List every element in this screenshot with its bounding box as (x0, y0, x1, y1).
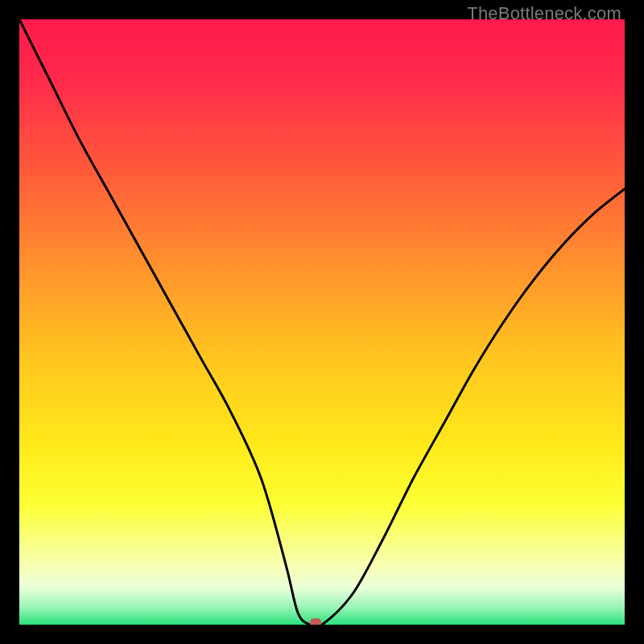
optimal-point-marker (310, 618, 321, 625)
watermark-text: TheBottleneck.com (467, 3, 621, 24)
chart-frame (0, 0, 644, 644)
bottleneck-curve (19, 19, 625, 625)
plot-area (19, 19, 625, 625)
